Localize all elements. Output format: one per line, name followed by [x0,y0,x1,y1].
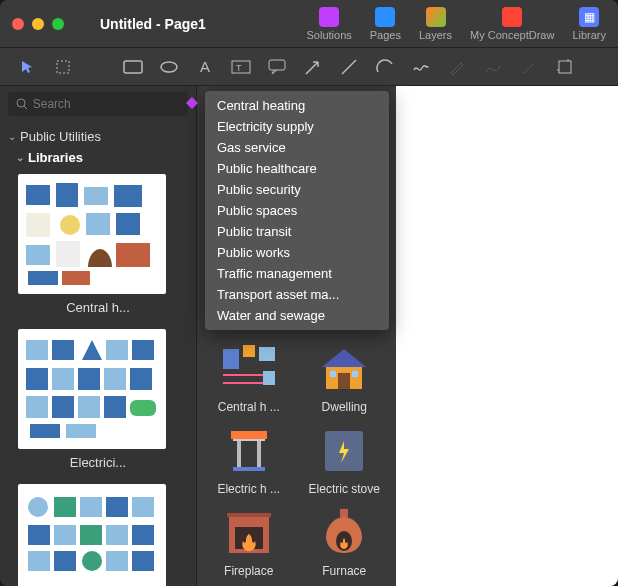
dropdown-option[interactable]: Electricity supply [205,116,389,137]
stencil-dwelling[interactable]: Dwelling [299,340,391,414]
window-controls [12,18,64,30]
rect-tool[interactable] [118,54,148,80]
svg-rect-32 [78,396,100,418]
svg-rect-35 [30,424,60,438]
library-thumb[interactable] [18,484,178,586]
svg-rect-69 [227,513,271,517]
pointer-tool[interactable] [12,54,42,80]
stencil-central-heating[interactable]: Central h ... [203,340,295,414]
select-tool[interactable] [48,54,78,80]
dropdown-option[interactable]: Public healthcare [205,158,389,179]
svg-rect-8 [26,185,50,205]
minimize-icon[interactable] [32,18,44,30]
nav-pages[interactable]: Pages [370,7,401,41]
svg-point-2 [161,62,177,72]
svg-rect-19 [28,271,58,285]
stencil-icon [312,340,376,396]
thumb-image [18,484,166,586]
library-icon: ▦ [579,7,599,27]
svg-rect-33 [104,396,126,418]
tree-root[interactable]: ⌄Public Utilities [8,126,188,147]
dropdown-option[interactable]: Central heating [205,95,389,116]
stencil-electric-heater[interactable]: Electric h ... [203,422,295,496]
top-nav: Solutions Pages Layers My ConceptDraw ▦L… [307,7,606,41]
bezier-tool[interactable] [478,54,508,80]
stencil-furnace[interactable]: Furnace [299,504,391,578]
svg-point-49 [82,551,102,571]
svg-rect-14 [86,213,110,235]
dropdown-option[interactable]: Gas service [205,137,389,158]
svg-rect-5 [269,60,285,70]
svg-point-13 [60,215,80,235]
svg-rect-10 [84,187,108,205]
stencil-label: Electric stove [299,482,391,496]
stencil-electric-stove[interactable]: Electric stove [299,422,391,496]
svg-rect-61 [231,431,267,439]
svg-marker-52 [186,97,198,109]
chevron-down-icon: ⌄ [16,152,24,163]
stencil-fireplace[interactable]: Fireplace [203,504,295,578]
search-input[interactable] [33,97,180,111]
pen-tool[interactable] [442,54,472,80]
svg-rect-42 [28,525,50,545]
stencil-label: Furnace [299,564,391,578]
stencil-icon [312,422,376,478]
svg-rect-54 [243,345,255,357]
stencil-label: Dwelling [299,400,391,414]
close-icon[interactable] [12,18,24,30]
svg-rect-41 [132,497,154,517]
canvas[interactable] [396,86,618,586]
stencil-panel: Central heating ▾ Central heating Electr… [196,86,396,586]
svg-rect-39 [80,497,102,517]
window-title: Untitled - Page1 [100,16,206,32]
nav-library[interactable]: ▦Library [572,7,606,41]
svg-rect-58 [338,373,350,389]
svg-rect-27 [78,368,100,390]
svg-rect-51 [132,551,154,571]
stencil-label: Electric h ... [203,482,295,496]
nav-my-conceptdraw[interactable]: My ConceptDraw [470,7,554,41]
library-thumb[interactable]: Central h... [18,174,178,315]
dropdown-option[interactable]: Public spaces [205,200,389,221]
textbox-tool[interactable]: T [226,54,256,80]
text-tool[interactable]: A [190,54,220,80]
svg-rect-24 [132,340,154,360]
dropdown-option[interactable]: Public security [205,179,389,200]
dropdown-option[interactable]: Public transit [205,221,389,242]
tree-libraries[interactable]: ⌄Libraries [16,147,188,168]
search-bar[interactable] [8,92,188,116]
dropdown-option[interactable]: Traffic management [205,263,389,284]
brush-tool[interactable] [514,54,544,80]
search-icon [16,98,27,110]
dropdown-option[interactable]: Public works [205,242,389,263]
stencil-label: Fireplace [203,564,295,578]
svg-rect-25 [26,368,48,390]
zoom-icon[interactable] [52,18,64,30]
svg-rect-9 [56,183,78,207]
sidebar: ⌄Public Utilities ⌄Libraries Central [0,86,196,586]
svg-rect-0 [57,61,69,73]
svg-rect-43 [54,525,76,545]
library-thumb[interactable]: Electrici... [18,329,178,470]
nav-layers[interactable]: Layers [419,7,452,41]
crop-tool[interactable] [550,54,580,80]
stencil-label: Central h ... [203,400,295,414]
arc-tool[interactable] [370,54,400,80]
dropdown-option[interactable]: Water and sewage [205,305,389,326]
nav-solutions[interactable]: Solutions [307,7,352,41]
arrow-tool[interactable] [298,54,328,80]
layers-icon [426,7,446,27]
svg-rect-1 [124,61,142,73]
ellipse-tool[interactable] [154,54,184,80]
library-dropdown: Central heating Electricity supply Gas s… [205,91,389,330]
svg-rect-50 [106,551,128,571]
chevron-down-icon: ⌄ [8,131,16,142]
thumb-label: Electrici... [18,455,178,470]
dropdown-option[interactable]: Transport asset ma... [205,284,389,305]
svg-rect-6 [559,61,571,73]
solutions-small-icon[interactable] [185,96,199,110]
scribble-tool[interactable] [406,54,436,80]
line-tool[interactable] [334,54,364,80]
callout-tool[interactable] [262,54,292,80]
folder-icon [502,7,522,27]
